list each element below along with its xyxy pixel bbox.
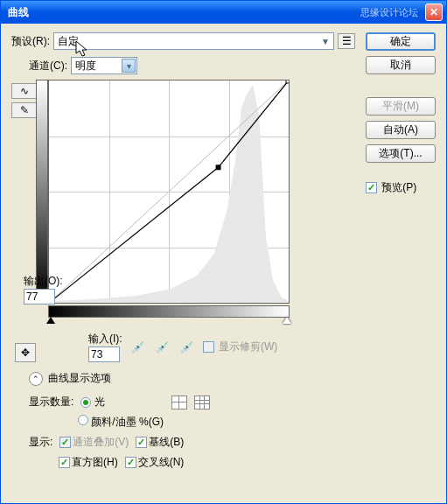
smooth-button: 平滑(M) bbox=[366, 97, 436, 116]
eyedropper-black-icon[interactable]: 💉 bbox=[129, 340, 147, 355]
cancel-button[interactable]: 取消 bbox=[366, 56, 436, 74]
output-input[interactable] bbox=[24, 289, 55, 304]
curve-line bbox=[49, 80, 289, 303]
preset-label: 预设(R): bbox=[11, 34, 50, 49]
auto-button[interactable]: 自动(A) bbox=[366, 121, 436, 139]
hand-tool-button[interactable]: ✥ bbox=[15, 343, 36, 362]
input-input[interactable] bbox=[88, 346, 120, 362]
close-button[interactable]: ✕ bbox=[425, 4, 443, 21]
display-section-label: 曲线显示选项 bbox=[48, 371, 111, 386]
checkbox-icon bbox=[125, 457, 136, 468]
collapse-toggle-button[interactable]: ⌃ bbox=[29, 372, 43, 386]
horizontal-gradient bbox=[48, 305, 290, 318]
svg-rect-2 bbox=[216, 164, 221, 170]
preview-checkbox[interactable]: 预览(P) bbox=[366, 180, 436, 195]
curve-tool-pencil[interactable]: ✎ bbox=[11, 102, 38, 118]
channel-value: 明度 bbox=[75, 59, 96, 74]
checkbox-icon bbox=[136, 437, 147, 448]
checkbox-intersection[interactable]: 交叉线(N) bbox=[125, 455, 185, 470]
checkbox-channel-overlay[interactable]: 通道叠加(V) bbox=[59, 435, 129, 450]
chevron-down-icon: ▼ bbox=[321, 37, 330, 46]
eyedropper-gray-icon[interactable]: 💉 bbox=[154, 340, 171, 355]
white-point-slider[interactable] bbox=[283, 317, 291, 324]
svg-rect-3 bbox=[286, 80, 289, 83]
black-point-slider[interactable] bbox=[46, 317, 55, 324]
curve-grid[interactable] bbox=[48, 80, 290, 304]
watermark-text: 思缘设计论坛 bbox=[360, 6, 418, 19]
titlebar: 曲线 思缘设计论坛 ✕ bbox=[1, 1, 446, 24]
checkbox-icon bbox=[203, 341, 214, 353]
curve-tool-point[interactable]: ∿ bbox=[11, 83, 38, 99]
checkbox-icon bbox=[366, 182, 377, 193]
eyedropper-white-icon[interactable]: 💉 bbox=[178, 340, 196, 355]
svg-line-0 bbox=[49, 80, 289, 303]
chevron-down-icon: ▾ bbox=[122, 59, 136, 73]
window-title: 曲线 bbox=[4, 5, 360, 20]
vertical-gradient bbox=[36, 80, 48, 304]
curve-editor[interactable]: 输出(O): bbox=[36, 80, 290, 318]
preset-select[interactable]: 自定 ▼ bbox=[53, 32, 334, 50]
show-label: 显示: bbox=[29, 435, 52, 450]
channel-label: 通道(C): bbox=[29, 59, 67, 74]
grid-small-button[interactable] bbox=[171, 396, 187, 410]
checkbox-histogram[interactable]: 直方图(H) bbox=[59, 455, 118, 470]
radio-icon bbox=[80, 397, 91, 408]
display-amount-label: 显示数量: bbox=[29, 395, 73, 410]
preset-menu-button[interactable]: ☰ bbox=[338, 33, 355, 49]
radio-pigment[interactable]: 颜料/油墨 %(G) bbox=[78, 415, 164, 430]
ok-button[interactable]: 确定 bbox=[366, 32, 436, 51]
grid-large-button[interactable] bbox=[194, 396, 210, 410]
input-label: 输入(I): bbox=[88, 332, 122, 346]
checkbox-icon bbox=[59, 457, 70, 468]
output-label: 输出(O): bbox=[24, 274, 63, 289]
radio-light[interactable]: 光 bbox=[80, 395, 104, 410]
options-button[interactable]: 选项(T)... bbox=[366, 144, 436, 163]
channel-select[interactable]: 明度 ▾ bbox=[71, 57, 137, 74]
checkbox-icon bbox=[59, 437, 71, 448]
radio-icon bbox=[78, 415, 88, 425]
checkbox-baseline[interactable]: 基线(B) bbox=[136, 435, 184, 450]
show-clipping-checkbox[interactable]: 显示修剪(W) bbox=[203, 340, 278, 354]
preset-value: 自定 bbox=[58, 34, 79, 49]
